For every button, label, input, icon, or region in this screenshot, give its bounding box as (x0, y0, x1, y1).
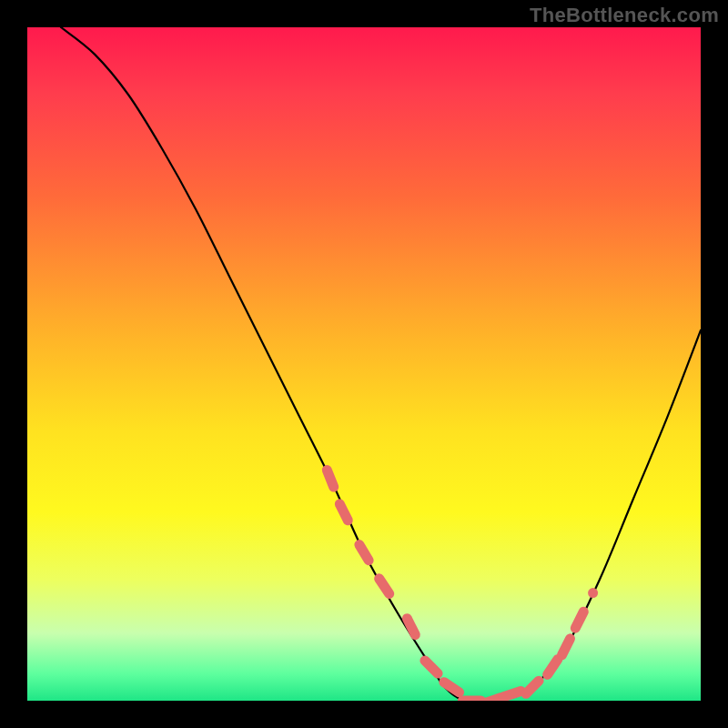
data-marker (562, 639, 571, 655)
plot-area (27, 27, 701, 701)
data-marker (327, 470, 333, 488)
marker-group (327, 470, 592, 701)
curve-svg (27, 27, 701, 701)
chart-frame: TheBottleneck.com (0, 0, 728, 728)
data-marker (379, 579, 389, 594)
data-marker (575, 612, 583, 628)
data-marker (425, 661, 438, 673)
data-marker (339, 504, 348, 521)
data-marker (483, 698, 500, 701)
watermark-text: TheBottleneck.com (530, 4, 719, 27)
data-marker (548, 660, 558, 675)
bottleneck-curve (61, 27, 701, 701)
data-marker (503, 691, 521, 696)
data-marker (444, 682, 460, 693)
data-marker (359, 545, 369, 561)
data-marker (526, 681, 539, 693)
